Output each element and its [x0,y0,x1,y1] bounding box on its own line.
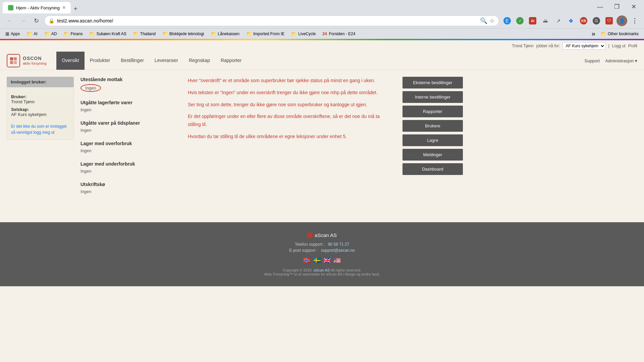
norway-flag: 🇳🇴 [303,257,311,264]
status-title-4: Lager med underforbruk [80,161,174,167]
active-tab[interactable]: Hjem - Aktiv Forsyning × [3,2,71,13]
bookmark-apps-label: Apps [11,32,20,36]
bookmark-e24[interactable]: 24 Forsiden - E24 [320,31,358,37]
close-button[interactable]: ✕ [626,1,641,12]
address-bar-icons: 🔍 ☆ [480,17,495,24]
brukere-button[interactable]: Brukere [402,120,463,132]
rapporter-button[interactable]: Rapporter [402,106,463,117]
bookmarks-more-button[interactable]: » [592,30,595,38]
admin-dropdown-button[interactable]: Administrasjon ▾ [605,58,637,63]
refresh-button[interactable]: ↻ [31,15,42,26]
url-input[interactable] [57,18,477,23]
nav-tab-bestillinger[interactable]: Bestillinger [115,52,149,70]
bookmark-blokkjede-label: Blokkjede teknologi [169,32,204,36]
sidebar-content: Bruker: Trond Tjønn Selskap: AF Kurs syk… [7,87,74,140]
arrow-ext-icon[interactable]: ↗ [553,15,564,26]
browser-window: Hjem - Aktiv Forsyning × + — ❐ ✕ ← → ↻ 🔒… [0,0,644,362]
status-value-5: Ingen [80,189,174,194]
search-icon[interactable]: 🔍 [480,17,487,24]
green-ext-icon[interactable]: ✓ [515,15,525,26]
svg-rect-2 [10,61,13,64]
adobe-ext-icon[interactable]: Ai [527,15,538,26]
copyright-brand-link[interactable]: aScan AS [314,268,330,272]
org-select[interactable]: AF Kurs sykehjem [562,42,605,50]
bookmark-e24-label: Forsiden - E24 [329,32,356,36]
bookmark-other-label: Other bookmarks [608,32,639,36]
lagre-button[interactable]: Lagre [402,134,463,146]
info-para-3: Er det oppføringer under en eller flere … [188,113,389,129]
address-bar[interactable]: 🔒 🔍 ☆ [44,15,499,26]
kb-ext-icon[interactable]: KB [578,15,589,26]
footer-brand-icon [307,233,313,238]
shield-ext-icon[interactable]: 🛡 [604,15,614,26]
dashboard-button[interactable]: Dashboard [402,163,463,175]
profile-link[interactable]: Profil [628,44,637,48]
footer-brand: aScan AS [7,232,637,238]
logo-area: OSCON aktiv forsyning [7,54,46,67]
status-item-1: Utgåtte lagerførte varer Ingen [80,100,174,112]
bookmark-lanekassen[interactable]: 📁 Lånekassen [208,30,242,38]
interne-bestillinger-button[interactable]: Interne bestillinger [402,91,463,103]
main-nav: OSCON aktiv forsyning Oversikt Produkter… [0,52,644,70]
title-bar: Hjem - Aktiv Forsyning × + — ❐ ✕ [0,0,644,13]
back-button[interactable]: ← [4,15,15,26]
company-value: AF Kurs sykehjem [11,112,69,117]
new-tab-button[interactable]: + [71,5,80,13]
bookmark-finans[interactable]: 📁 Finans [61,30,85,38]
svg-rect-0 [10,57,13,60]
extensions-icon[interactable]: E [502,15,513,26]
bookmark-ad[interactable]: 📁 AD [42,30,60,38]
bookmark-apps[interactable]: ⊞ Apps [3,30,22,38]
bookmarks-bar: ⊞ Apps 📁 AI 📁 AD 📁 Finans 📁 Subøen Kraft… [0,28,644,39]
folder-icon: 📁 [601,31,606,37]
bookmark-suboen[interactable]: 📁 Subøen Kraft AS [87,30,129,38]
brand-name: OSCON [23,56,46,61]
support-link[interactable]: Support [585,58,600,63]
email-label: E-post support : [289,248,318,253]
minimize-button[interactable]: — [592,1,608,12]
star-icon[interactable]: ☆ [489,17,495,24]
phone-link[interactable]: 90 58 71 27 [328,242,349,247]
status-value-0: Ingen [80,84,174,92]
meldinger-button[interactable]: Meldinger [402,149,463,161]
bookmark-ai[interactable]: 📁 AI [24,30,40,38]
bookmark-blokkjede[interactable]: 📁 Blokkjede teknologi [160,30,207,38]
forward-button[interactable]: → [17,15,28,26]
status-item-5: Utskriftskø Ingen [80,182,174,194]
bookmark-imported-ie-label: Imported From IE [253,32,284,36]
footer-trademark: Aktiv Forsyning™ er et varemerke for aSc… [7,272,637,276]
logout-link[interactable]: Logg ut [612,44,626,48]
usa-flag: 🇺🇸 [333,257,341,264]
bookmark-other[interactable]: 📁 Other bookmarks [598,30,641,38]
dropbox-ext-icon[interactable]: ❖ [566,15,576,26]
status-section: Utestående mottak Ingen Utgåtte lagerfør… [80,77,174,202]
tab-close-button[interactable]: × [62,5,65,10]
tab-bar: Hjem - Aktiv Forsyning × + [3,0,80,13]
logout-link-sidebar[interactable]: Er det ikke du som er innlogget så vennl… [11,124,66,135]
folder-icon: 📁 [26,31,32,37]
nav-tab-leveranser[interactable]: Leveranser [149,52,183,70]
tab-favicon [8,5,13,10]
bookmark-thailand[interactable]: 📁 Thailand [130,30,158,38]
nav-tab-rapporter[interactable]: Rapporter [215,52,247,70]
email-link[interactable]: support@ascan.no [321,248,355,253]
g-ext-icon[interactable]: G [591,15,602,26]
status-title-5: Utskriftskø [80,182,174,187]
sidebar-header: Innlogget bruker: [7,77,74,87]
folder-icon: 📁 [162,31,168,37]
nav-tab-regnskap[interactable]: Regnskap [183,52,215,70]
nav-tab-produkter[interactable]: Produkter [85,52,116,70]
profile-avatar[interactable]: 👤 [616,15,627,26]
status-value-1: Ingen [80,107,174,112]
status-value-2: Ingen [80,128,174,133]
user-label: Bruker: [11,94,69,99]
eksterne-bestillinger-button[interactable]: Eksterne bestillinger [402,77,463,88]
footer-email: E-post support : support@ascan.no [7,248,637,253]
nav-tab-oversikt[interactable]: Oversikt [56,52,84,70]
bookmark-livecycle[interactable]: 📁 LiveCycle [288,30,318,38]
mountain-ext-icon[interactable]: ⛰ [540,15,551,26]
menu-button[interactable]: ⋮ [629,15,640,26]
apps-grid-icon: ⊞ [5,31,9,37]
bookmark-imported-ie[interactable]: 📁 Imported From IE [244,30,287,38]
maximize-button[interactable]: ❐ [609,1,625,12]
